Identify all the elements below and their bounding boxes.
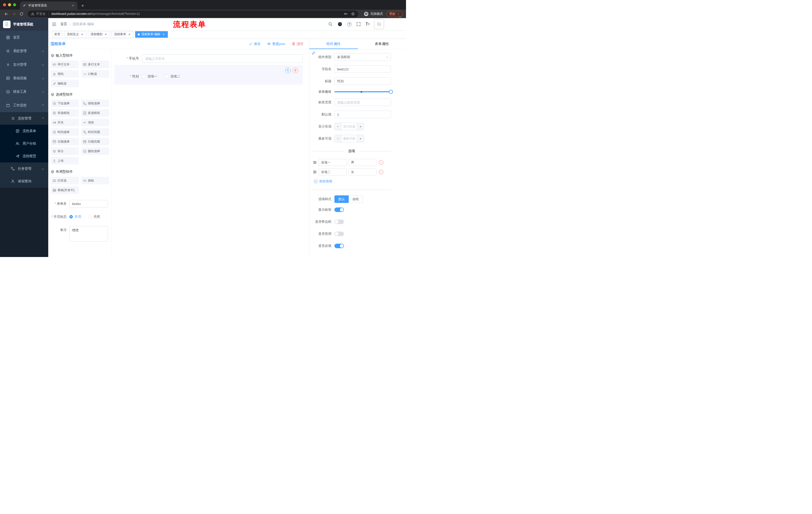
palette-item-counter[interactable]: 123计数器 bbox=[81, 70, 109, 78]
palette-item-table[interactable]: 表格[开发中] bbox=[51, 186, 79, 194]
component-type-select[interactable]: 多选框组 bbox=[335, 53, 391, 61]
help-icon[interactable] bbox=[347, 22, 351, 26]
drag-handle-icon[interactable] bbox=[313, 170, 317, 174]
palette-item-rate[interactable]: 评分 bbox=[51, 147, 79, 155]
breadcrumb-home[interactable]: 首页 bbox=[60, 22, 67, 26]
label-width-input[interactable] bbox=[335, 99, 391, 106]
form-remark-textarea[interactable]: 嘿嘿 bbox=[69, 226, 108, 242]
sidebar-item-process-form[interactable]: 流程表单 bbox=[0, 125, 48, 137]
address-bar[interactable]: 不安全 dashboard.yudao.iocoder.cn/bpm/manag… bbox=[28, 10, 358, 17]
required-toggle[interactable] bbox=[335, 244, 344, 248]
sidebar-item-user-group[interactable]: 用户分组 bbox=[0, 137, 48, 150]
search-icon[interactable] bbox=[328, 22, 332, 26]
sidebar-item-leave-query[interactable]: 请假查询 bbox=[0, 175, 48, 188]
minimize-window-button[interactable] bbox=[8, 3, 11, 6]
sidebar-item-process-management[interactable]: 流程管理 bbox=[0, 112, 48, 125]
sidebar-logo[interactable]: 芋道管理系统 bbox=[0, 18, 48, 31]
hamburger-icon[interactable] bbox=[52, 22, 57, 27]
palette-item-editor[interactable]: 编辑器 bbox=[51, 80, 79, 87]
sidebar-item-process-model[interactable]: 流程模型 bbox=[0, 150, 48, 162]
radio-open[interactable]: 开启 bbox=[69, 215, 81, 219]
radio-closed[interactable]: 关闭 bbox=[88, 215, 100, 219]
view-json-button[interactable]: 查看json bbox=[267, 42, 285, 46]
palette-item-checkbox-group[interactable]: 多选框组 bbox=[81, 109, 109, 117]
back-icon[interactable] bbox=[3, 10, 9, 17]
sidebar-item-task-management[interactable]: 任务管理 bbox=[0, 162, 48, 175]
option-label-input[interactable] bbox=[319, 159, 347, 166]
min-select-value[interactable]: 至少应选 bbox=[342, 123, 357, 130]
title-input[interactable] bbox=[335, 77, 391, 85]
palette-item-select[interactable]: 下拉选择 bbox=[51, 100, 79, 107]
remove-option-icon[interactable] bbox=[379, 170, 383, 174]
palette-item-color-picker[interactable]: 颜色选择 bbox=[81, 147, 109, 155]
form-grid-slider[interactable] bbox=[335, 91, 391, 92]
sidebar-item-infrastructure[interactable]: 基础设施 bbox=[0, 72, 48, 85]
minus-button[interactable] bbox=[335, 135, 342, 142]
palette-item-radio-group[interactable]: 单选框组 bbox=[51, 109, 79, 117]
tag-process-model[interactable]: 流程模型 bbox=[88, 31, 110, 38]
max-select-value[interactable]: 最多可选 bbox=[342, 135, 357, 142]
tag-home[interactable]: 首页 bbox=[52, 31, 63, 38]
sidebar-item-workflow[interactable]: 工作流程 bbox=[0, 99, 48, 112]
border-toggle[interactable] bbox=[335, 219, 344, 224]
plus-button[interactable] bbox=[357, 135, 364, 142]
checkbox-option-one[interactable]: 选项一 bbox=[142, 74, 157, 79]
form-canvas[interactable]: 手机号 性别 选项一 选项二 bbox=[112, 49, 309, 257]
slider-handle[interactable] bbox=[389, 90, 393, 94]
new-tab-button[interactable] bbox=[79, 2, 86, 9]
palette-item-time-picker[interactable]: 时间选择 bbox=[51, 128, 79, 136]
default-value-input[interactable] bbox=[335, 111, 391, 118]
sidebar-item-system[interactable]: 系统管理 bbox=[0, 44, 48, 58]
reload-icon[interactable] bbox=[18, 10, 25, 17]
palette-item-date-range[interactable]: 日期范围 bbox=[81, 138, 109, 145]
palette-item-time-range[interactable]: 时间范围 bbox=[81, 128, 109, 136]
security-label[interactable]: 不安全 bbox=[36, 12, 46, 16]
avatar[interactable] bbox=[374, 19, 384, 29]
link-icon[interactable] bbox=[312, 51, 316, 55]
tab-form-properties[interactable]: 表单属性 bbox=[358, 39, 406, 49]
close-window-button[interactable] bbox=[3, 3, 6, 6]
phone-field-row[interactable]: 手机号 bbox=[114, 54, 303, 63]
sidebar-item-home[interactable]: 首页 bbox=[0, 31, 48, 44]
tag-process-form[interactable]: 流程表单 bbox=[112, 31, 134, 38]
tag-close-icon[interactable] bbox=[162, 33, 165, 36]
palette-item-switch[interactable]: 开关 bbox=[51, 119, 79, 126]
clear-button[interactable]: 清空 bbox=[292, 42, 303, 46]
tag-close-icon[interactable] bbox=[127, 33, 131, 36]
palette-item-date-picker[interactable]: 日期选择 bbox=[51, 138, 79, 145]
phone-field-input[interactable] bbox=[142, 54, 303, 63]
delete-component-button[interactable] bbox=[293, 67, 298, 73]
maximize-window-button[interactable] bbox=[13, 3, 16, 6]
palette-item-multi-line-text[interactable]: 多行文本 bbox=[81, 61, 109, 68]
password-key-icon[interactable] bbox=[344, 12, 348, 16]
sidebar-item-dev-tools[interactable]: 研发工具 bbox=[0, 85, 48, 99]
forward-icon[interactable] bbox=[10, 10, 17, 17]
plus-button[interactable] bbox=[357, 123, 364, 130]
palette-item-row-container[interactable]: 行容器 bbox=[51, 177, 79, 184]
save-button[interactable]: 保存 bbox=[249, 42, 261, 46]
browser-tab[interactable]: 芋道管理系统 bbox=[20, 1, 77, 9]
selected-component-gender[interactable]: 性别 选项一 选项二 bbox=[114, 65, 303, 84]
tag-close-icon[interactable] bbox=[104, 33, 108, 36]
style-button-button[interactable]: 按钮 bbox=[349, 195, 363, 203]
minus-button[interactable] bbox=[335, 123, 342, 130]
style-default-button[interactable]: 默认 bbox=[335, 195, 349, 203]
tab-close-icon[interactable] bbox=[71, 3, 75, 7]
form-name-input[interactable] bbox=[69, 200, 108, 208]
disabled-toggle[interactable] bbox=[335, 232, 344, 236]
show-label-toggle[interactable] bbox=[335, 208, 344, 212]
fullscreen-icon[interactable] bbox=[356, 22, 361, 26]
tag-process-form-edit[interactable]: 流程表单-编辑 bbox=[135, 31, 168, 38]
drag-handle-icon[interactable] bbox=[313, 160, 317, 164]
palette-item-slider[interactable]: 滑块 bbox=[81, 119, 109, 126]
option-value-input[interactable] bbox=[348, 159, 377, 166]
option-label-input[interactable] bbox=[319, 168, 347, 175]
copy-component-button[interactable] bbox=[285, 67, 291, 73]
add-option-button[interactable]: 添加选项 bbox=[314, 179, 391, 184]
palette-item-single-line-text[interactable]: 单行文本 bbox=[51, 61, 79, 68]
font-size-icon[interactable] bbox=[366, 22, 370, 26]
tab-component-properties[interactable]: 组件属性 bbox=[309, 39, 358, 49]
option-value-input[interactable] bbox=[348, 168, 377, 175]
tag-close-icon[interactable] bbox=[80, 33, 84, 36]
palette-item-cascader[interactable]: 级联选择 bbox=[81, 100, 109, 107]
